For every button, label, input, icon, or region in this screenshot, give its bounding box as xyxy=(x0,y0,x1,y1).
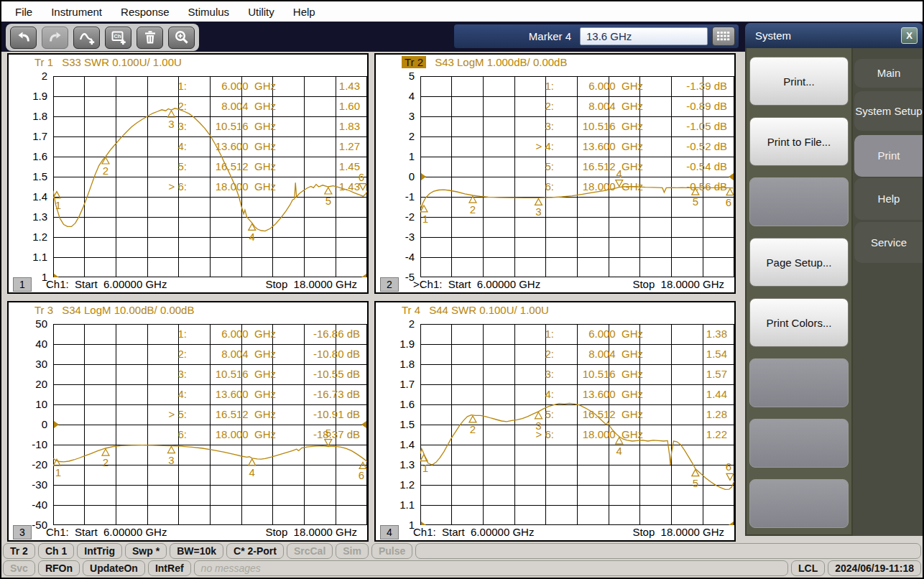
marker-frequency: 18.000 GHz xyxy=(554,177,643,197)
y-axis-tick: 1.2 xyxy=(9,231,47,243)
menu-item-instrument[interactable]: Instrument xyxy=(42,6,111,18)
status-c-2-port[interactable]: C* 2-Port xyxy=(226,543,284,559)
trace-label[interactable]: Tr 2 xyxy=(402,56,426,68)
add-trace-icon[interactable] xyxy=(73,27,100,49)
marker-table-row: 2:8.004 GHz1.54 xyxy=(420,344,727,364)
marker-number: 1: xyxy=(420,76,554,96)
menu-item-utility[interactable]: Utility xyxy=(239,6,284,18)
sweep-stop-label: Stop 18.0000 GHz xyxy=(265,526,357,538)
menu-item-stimulus[interactable]: Stimulus xyxy=(179,6,239,18)
marker-3-number: 3 xyxy=(168,454,174,466)
marker-table-row: 1:6.000 GHz1.38 xyxy=(420,324,727,344)
channel-sweep-label: Ch1: Start 6.00000 GHz xyxy=(46,526,167,538)
marker-frequency: 10.516 GHz xyxy=(554,116,643,136)
undo-icon[interactable] xyxy=(10,27,37,49)
status-2024-06-19-11-18[interactable]: 2024/06/19-11:18 xyxy=(828,560,921,576)
plot-title: Tr 4S44 SWR 0.100U/ 1.00U xyxy=(402,304,549,316)
marker-frequency: 8.004 GHz xyxy=(187,344,276,364)
marker-value: -1.39 dB xyxy=(643,76,727,96)
zoom-icon[interactable] xyxy=(168,27,195,49)
softkey-print[interactable]: Print... xyxy=(749,57,849,106)
panel-tab-help[interactable]: Help xyxy=(854,178,923,220)
marker-table-row: 1:6.000 GHz1.43 xyxy=(53,76,360,96)
y-axis-tick: 1.5 xyxy=(376,418,415,430)
status-ch-1[interactable]: Ch 1 xyxy=(38,543,74,559)
panel-tab-service[interactable]: Service xyxy=(854,222,923,263)
plot-grid: 1234561:6.000 GHz-16.86 dB2:8.004 GHz-10… xyxy=(53,324,367,525)
y-axis-tick: 1 xyxy=(376,150,415,162)
status-intref[interactable]: IntRef xyxy=(148,560,191,576)
window-number-badge[interactable]: 1 xyxy=(13,277,32,292)
marker-value: 1.38 xyxy=(643,324,727,344)
softkey-print-to-file[interactable]: Print to File... xyxy=(749,117,849,166)
marker-frequency: 10.516 GHz xyxy=(554,364,643,384)
panel-tab-main[interactable]: Main xyxy=(854,59,923,88)
panel-title: System xyxy=(745,29,791,42)
status-lcl[interactable]: LCL xyxy=(791,560,825,576)
marker-number: 5: xyxy=(420,157,554,177)
trace-format-label: S43 LogM 1.000dB/ 0.00dB xyxy=(426,56,567,68)
marker-value-input[interactable] xyxy=(580,27,708,45)
softkey-blank xyxy=(749,358,849,407)
y-axis-tick: 1.3 xyxy=(9,210,47,223)
marker-6-symbol[interactable] xyxy=(726,473,734,480)
status-swp[interactable]: Swp * xyxy=(125,543,167,559)
menu-item-file[interactable]: File xyxy=(6,6,42,18)
status-bw-10k[interactable]: BW=10k xyxy=(170,543,223,559)
panel-tab-system-setup[interactable]: System Setup xyxy=(854,91,923,131)
marker-3-symbol[interactable] xyxy=(535,198,542,205)
marker-6-symbol[interactable] xyxy=(359,184,366,190)
marker-value: -0.54 dB xyxy=(643,157,727,177)
status-sim: Sim xyxy=(336,543,369,559)
marker-4-symbol[interactable] xyxy=(249,459,256,465)
marker-number: 1: xyxy=(420,324,554,344)
marker-3-symbol[interactable] xyxy=(167,447,175,453)
marker-number: 2: xyxy=(420,344,554,364)
status-rfon[interactable]: RFOn xyxy=(38,560,80,576)
marker-table-row: 4:13.600 GHz1.44 xyxy=(420,384,727,404)
marker-number: > 6: xyxy=(53,177,187,197)
marker-number: 4: xyxy=(420,384,554,404)
marker-frequency: 10.516 GHz xyxy=(187,116,276,136)
add-channel-icon[interactable]: Ch xyxy=(105,27,131,49)
status-updateon[interactable]: UpdateOn xyxy=(83,560,145,576)
trace-label[interactable]: Tr 4 xyxy=(402,304,420,316)
marker-value: -0.89 dB xyxy=(643,96,727,116)
system-panel-header: System X xyxy=(745,23,923,48)
softkey-print-colors[interactable]: Print Colors... xyxy=(749,298,849,347)
window-number-badge[interactable]: 4 xyxy=(380,525,399,539)
trace-format-label: S33 SWR 0.100U/ 1.00U xyxy=(53,56,182,68)
panel-tab-print[interactable]: Print xyxy=(854,135,923,177)
menu-item-help[interactable]: Help xyxy=(284,6,325,18)
trace-label[interactable]: Tr 3 xyxy=(34,304,53,316)
keypad-icon[interactable] xyxy=(712,27,735,46)
marker-number: 3: xyxy=(53,364,187,384)
channel-sweep-label: Ch1: Start 6.00000 GHz xyxy=(413,526,534,538)
status-inttrig[interactable]: IntTrig xyxy=(77,543,122,559)
y-axis-tick: 1.7 xyxy=(9,130,47,142)
sweep-stop-label: Stop 18.0000 GHz xyxy=(632,278,724,290)
window-number-badge[interactable]: 2 xyxy=(380,277,399,292)
marker-6-symbol[interactable] xyxy=(359,462,366,468)
y-axis-tick: 1.6 xyxy=(376,398,415,410)
marker-number: 3: xyxy=(53,116,187,136)
softkey-column: Print...Print to File...Page Setup...Pri… xyxy=(745,48,853,536)
trace-label[interactable]: Tr 1 xyxy=(34,56,53,68)
status-tr-2[interactable]: Tr 2 xyxy=(3,543,35,559)
marker-2-symbol[interactable] xyxy=(102,449,109,455)
status-srccal: SrcCal xyxy=(287,543,333,559)
marker-number: > 4: xyxy=(420,136,554,157)
status-row-2: SvcRFOnUpdateOnIntRefno messagesLCL2024/… xyxy=(3,560,921,576)
marker-frequency: 13.600 GHz xyxy=(187,384,276,404)
marker-6-symbol[interactable] xyxy=(726,189,734,195)
menu-item-response[interactable]: Response xyxy=(111,6,179,18)
marker-number: 3: xyxy=(420,364,554,384)
delete-trash-icon[interactable] xyxy=(137,27,163,49)
softkey-page-setup[interactable]: Page Setup... xyxy=(749,238,849,287)
redo-icon[interactable] xyxy=(42,27,68,49)
window-number-badge[interactable]: 3 xyxy=(13,525,32,539)
plot-grid: 1234561:6.000 GHz1.382:8.004 GHz1.543:10… xyxy=(420,324,734,525)
app-window: FileInstrumentResponseStimulusUtilityHel… xyxy=(0,0,924,579)
close-icon[interactable]: X xyxy=(901,27,918,44)
marker-value: 1.60 xyxy=(276,96,360,116)
